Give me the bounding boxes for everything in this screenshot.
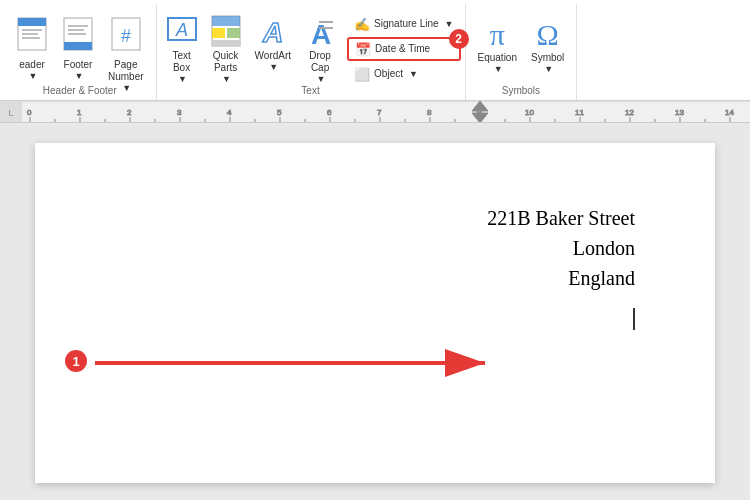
svg-text:8: 8: [427, 108, 432, 117]
symbol-label: Symbol: [531, 52, 564, 64]
text-box-dropdown-arrow: ▼: [178, 74, 187, 84]
symbol-dropdown-arrow: ▼: [544, 64, 553, 74]
drop-cap-dropdown-arrow: ▼: [317, 74, 326, 84]
symbol-button[interactable]: Ω Symbol ▼: [525, 10, 570, 93]
text-box-button[interactable]: A TextBox ▼: [161, 6, 203, 85]
address-line2: London: [487, 233, 635, 263]
text-box-icon: A: [167, 14, 197, 50]
date-time-icon: 📅: [355, 42, 371, 57]
svg-text:13: 13: [675, 108, 684, 117]
symbol-icon: Ω: [537, 18, 559, 52]
svg-rect-23: [0, 101, 750, 123]
svg-text:5: 5: [277, 108, 282, 117]
footer-label: Footer: [64, 59, 93, 71]
header-label: eader: [19, 59, 45, 71]
svg-text:2: 2: [127, 108, 132, 117]
document-area: 221B Baker Street London England 1: [0, 123, 750, 500]
signature-line-label: Signature Line: [374, 18, 439, 30]
svg-text:7: 7: [377, 108, 382, 117]
svg-rect-1: [18, 18, 46, 26]
date-time-button[interactable]: 📅 Date & Time 2: [347, 37, 460, 61]
text-box-label: TextBox: [172, 50, 190, 74]
ribbon-group-header-footer: eader ▼ Footer ▼: [4, 4, 157, 100]
svg-text:14: 14: [725, 108, 734, 117]
svg-text:4: 4: [227, 108, 232, 117]
text-cursor: [633, 308, 635, 330]
svg-text:10: 10: [525, 108, 534, 117]
svg-text:A: A: [262, 17, 283, 48]
ribbon-row: eader ▼ Footer ▼: [0, 0, 750, 100]
svg-rect-15: [212, 16, 240, 26]
header-footer-group-label: Header & Footer: [4, 85, 156, 96]
drop-cap-label: DropCap: [309, 50, 331, 74]
symbols-group-label: Symbols: [466, 85, 577, 96]
object-icon: ⬜: [354, 67, 370, 82]
text-group-label: Text: [157, 85, 465, 96]
svg-rect-16: [212, 28, 225, 38]
equation-button[interactable]: π Equation ▼: [472, 10, 523, 93]
signature-line-dropdown-arrow: ▼: [445, 19, 454, 29]
equation-dropdown-arrow: ▼: [494, 64, 503, 74]
signature-line-button[interactable]: ✍ Signature Line ▼: [347, 12, 460, 36]
signature-line-icon: ✍: [354, 17, 370, 32]
page-number-label: PageNumber: [108, 59, 144, 83]
svg-text:0: 0: [27, 108, 32, 117]
svg-text:3: 3: [177, 108, 182, 117]
address-block: 221B Baker Street London England: [487, 203, 635, 293]
footer-icon: [62, 16, 94, 57]
header-dropdown-arrow: ▼: [29, 71, 38, 81]
svg-text:1: 1: [77, 108, 82, 117]
svg-text:6: 6: [327, 108, 332, 117]
quick-parts-label: QuickParts: [213, 50, 239, 74]
svg-text:12: 12: [625, 108, 634, 117]
quick-parts-button[interactable]: QuickParts ▼: [205, 6, 247, 85]
text-right-buttons: ✍ Signature Line ▼ 📅 Date & Time 2 ⬜ Obj…: [343, 6, 460, 86]
svg-rect-17: [227, 28, 240, 38]
address-line3: England: [487, 263, 635, 293]
ribbon-group-text: A TextBox ▼: [157, 4, 466, 100]
address-line1: 221B Baker Street: [487, 203, 635, 233]
svg-text:A: A: [311, 19, 331, 48]
page-number-icon: #: [110, 16, 142, 57]
drop-cap-icon: A: [305, 14, 335, 50]
badge-1: 1: [65, 350, 87, 372]
quick-parts-dropdown-arrow: ▼: [222, 74, 231, 84]
svg-rect-6: [64, 42, 92, 50]
svg-text:#: #: [121, 26, 131, 46]
svg-text:L: L: [8, 108, 13, 118]
object-dropdown-arrow: ▼: [409, 69, 418, 79]
svg-text:11: 11: [575, 108, 584, 117]
ribbon-group-symbols: π Equation ▼ Ω Symbol ▼ Symbols: [466, 4, 578, 100]
date-time-label: Date & Time: [375, 43, 430, 55]
wordart-label: WordArt: [255, 50, 292, 62]
header-footer-items: eader ▼ Footer ▼: [10, 6, 150, 112]
ribbon: eader ▼ Footer ▼: [0, 0, 750, 101]
footer-dropdown-arrow: ▼: [75, 71, 84, 81]
object-label: Object: [374, 68, 403, 80]
svg-rect-18: [212, 40, 240, 46]
text-big-buttons: A TextBox ▼: [161, 6, 342, 85]
quick-parts-icon: [211, 14, 241, 50]
object-button[interactable]: ⬜ Object ▼: [347, 62, 460, 86]
equation-label: Equation: [478, 52, 517, 64]
wordart-dropdown-arrow: ▼: [269, 62, 278, 72]
wordart-button[interactable]: A WordArt ▼: [249, 6, 298, 73]
page-number-button[interactable]: # PageNumber ▼: [102, 10, 150, 112]
wordart-icon: A: [258, 14, 288, 50]
equation-icon: π: [490, 18, 505, 52]
page: 221B Baker Street London England 1: [35, 143, 715, 483]
ruler: L 0 1 2 3 4 5 6 7 8 9 10 11: [0, 101, 750, 123]
svg-text:A: A: [175, 20, 188, 40]
header-icon: [16, 16, 48, 57]
drop-cap-button[interactable]: A DropCap ▼: [299, 6, 341, 85]
arrow-annotation: [35, 143, 715, 483]
